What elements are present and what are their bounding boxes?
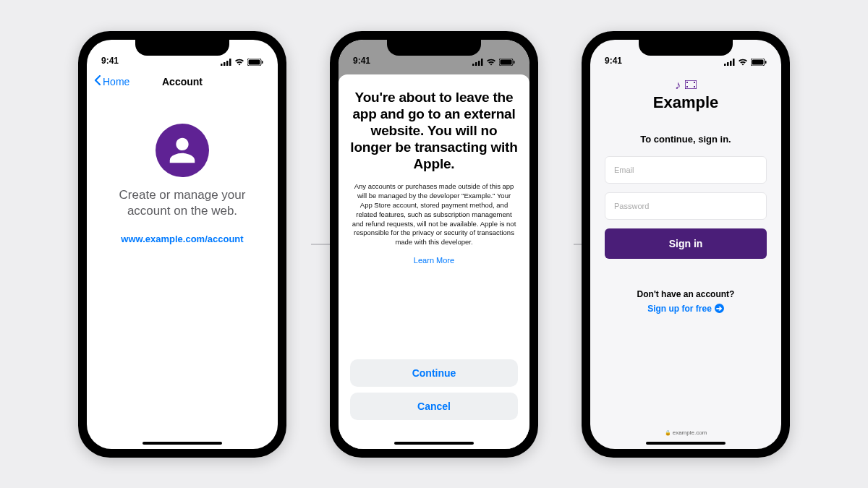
continue-button[interactable]: Continue [350,359,518,387]
svg-rect-24 [686,82,688,83]
music-note-icon: ♪ [675,79,681,92]
browser-url-bar[interactable]: 🔒example.com [590,429,781,436]
notch [387,40,481,56]
svg-rect-18 [730,61,732,66]
screen-1: 9:41 Home Account Create or manage your … [87,40,278,449]
cellular-signal-icon [472,59,483,66]
home-indicator[interactable] [646,442,726,445]
sheet-title: You're about to leave the app and go to … [350,89,518,173]
svg-rect-8 [472,64,475,66]
cellular-signal-icon [221,59,231,66]
svg-rect-23 [685,80,697,89]
film-icon [685,79,697,92]
svg-rect-9 [475,62,477,66]
sheet-buttons: Continue Cancel [350,359,518,420]
cellular-signal-icon [724,59,735,66]
svg-rect-17 [727,62,729,66]
svg-rect-11 [481,59,483,66]
no-account-text: Don't have an account? [605,289,767,299]
status-indicators [472,59,515,66]
signin-button[interactable]: Sign in [605,228,767,259]
svg-rect-25 [686,86,688,87]
svg-rect-27 [694,86,695,87]
signin-prompt: To continue, sign in. [605,134,767,145]
battery-icon [247,59,263,66]
home-indicator[interactable] [142,442,222,445]
external-link-sheet: You're about to leave the app and go to … [339,74,529,449]
phone-frame-1: 9:41 Home Account Create or manage your … [78,31,286,458]
status-time: 9:41 [101,56,119,66]
signup-link[interactable]: Sign up for free ➔ [605,304,767,314]
cancel-button[interactable]: Cancel [350,393,518,420]
notch [135,40,229,56]
svg-rect-14 [514,61,515,64]
svg-rect-10 [478,61,480,66]
password-field[interactable]: Password [605,192,767,220]
svg-rect-22 [765,61,767,64]
svg-rect-1 [224,62,226,66]
sheet-body: Any accounts or purchases made outside o… [350,182,518,247]
wifi-icon [738,59,748,66]
svg-rect-26 [694,82,695,83]
status-indicators [221,59,263,66]
wifi-icon [234,59,244,66]
url-text: example.com [673,429,707,436]
phone-frame-3: 9:41 ♪ Example To continue, sign in. Ema… [582,31,790,458]
svg-rect-5 [249,59,260,64]
nav-bar: Home Account [87,69,278,95]
wifi-icon [486,59,496,66]
battery-icon [751,59,767,66]
nav-title: Account [87,76,278,87]
svg-rect-0 [221,64,223,66]
screen-3: 9:41 ♪ Example To continue, sign in. Ema… [590,40,781,449]
arrow-right-circle-icon: ➔ [715,304,724,313]
svg-rect-13 [501,59,512,64]
signin-content: ♪ Example To continue, sign in. Email Pa… [590,69,781,314]
account-content: Create or manage your account on the web… [87,95,278,244]
account-web-link[interactable]: www.example.com/account [109,234,256,244]
phone-frame-2: 9:41 You're about to leave the app and g… [330,31,538,458]
svg-rect-2 [226,61,229,66]
email-field[interactable]: Email [605,156,767,184]
screen-2: 9:41 You're about to leave the app and g… [339,40,529,449]
user-avatar-icon [156,124,209,177]
learn-more-link[interactable]: Learn More [350,256,518,265]
status-time: 9:41 [605,56,622,66]
svg-rect-21 [752,59,764,64]
lock-icon: 🔒 [665,430,671,435]
status-time: 9:41 [353,56,370,66]
svg-rect-16 [724,64,726,66]
account-message: Create or manage your account on the web… [109,187,256,219]
notch [639,40,733,56]
brand-name: Example [605,93,767,112]
status-indicators [724,59,767,66]
svg-rect-3 [229,59,231,66]
svg-rect-19 [733,59,735,66]
signup-label: Sign up for free [647,304,712,314]
battery-icon [499,59,515,66]
home-indicator[interactable] [394,442,474,445]
svg-rect-6 [262,61,263,64]
brand-icons: ♪ [605,79,767,92]
